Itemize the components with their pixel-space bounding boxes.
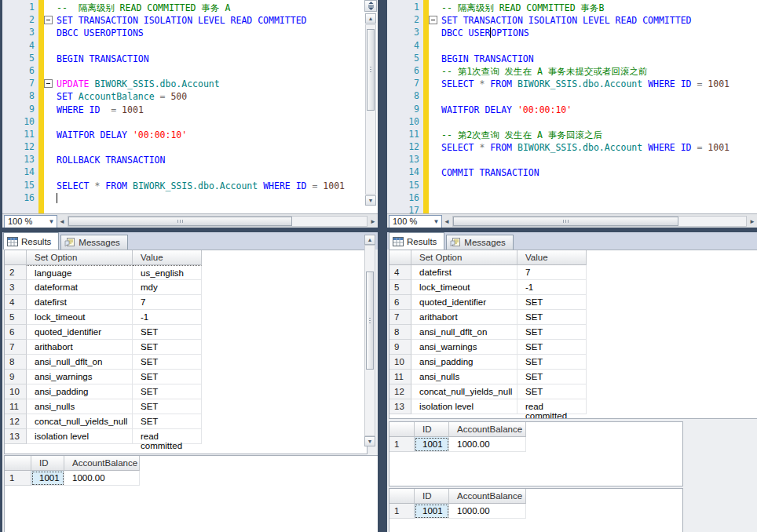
table-cell[interactable]: SET: [517, 355, 587, 370]
code-line[interactable]: WHERE ID = 1001: [44, 104, 364, 116]
column-header[interactable]: AccountBalance: [64, 456, 140, 471]
row-number-cell[interactable]: 8: [389, 325, 411, 340]
scroll-thumb[interactable]: [367, 29, 375, 111]
table-cell[interactable]: mdy: [133, 280, 202, 295]
account-grid-2[interactable]: IDAccountBalance110011000.00: [389, 488, 683, 532]
fold-collapse-icon[interactable]: [44, 16, 53, 24]
table-cell[interactable]: ansi_padding: [27, 384, 133, 399]
code-line[interactable]: SELECT * FROM BIWORK_SSIS.dbo.Account WH…: [429, 78, 757, 90]
grid-vertical-scrollbar[interactable]: ▲ ▼: [364, 235, 376, 446]
row-number-cell[interactable]: 12: [389, 384, 411, 399]
table-cell[interactable]: SET: [517, 384, 587, 399]
table-cell[interactable]: datefirst: [411, 265, 517, 280]
table-cell[interactable]: ansi_warnings: [27, 370, 133, 384]
column-header[interactable]: Value: [133, 250, 202, 265]
code-line[interactable]: DBCC USEROPTIONS: [429, 27, 757, 39]
table-cell[interactable]: quoted_identifier: [27, 325, 133, 340]
row-number-cell[interactable]: 8: [5, 355, 27, 370]
table-cell[interactable]: SET: [517, 310, 587, 325]
table-cell[interactable]: 1001: [415, 437, 449, 452]
grid-corner-cell[interactable]: [389, 489, 415, 504]
table-cell[interactable]: arithabort: [411, 310, 517, 325]
code-line[interactable]: UPDATE BIWORK_SSIS.dbo.Account: [44, 78, 364, 90]
code-line[interactable]: SELECT * FROM BIWORK_SSIS.dbo.Account WH…: [429, 141, 757, 154]
editor-horizontal-scrollbar[interactable]: [68, 216, 368, 227]
table-cell[interactable]: SET: [133, 325, 202, 340]
table-cell[interactable]: us_english: [133, 265, 202, 280]
code-line[interactable]: SET AccountBalance = 500: [44, 90, 364, 103]
table-cell[interactable]: ansi_nulls: [27, 399, 133, 414]
row-number-cell[interactable]: 13: [389, 399, 411, 414]
grid-corner-cell[interactable]: [389, 422, 415, 437]
row-number-cell[interactable]: 6: [5, 325, 27, 340]
table-cell[interactable]: 1001: [31, 471, 64, 486]
table-cell[interactable]: isolation level: [411, 399, 517, 414]
code-line[interactable]: [44, 116, 364, 129]
code-line[interactable]: [429, 90, 757, 103]
table-cell[interactable]: -1: [517, 280, 587, 295]
table-cell[interactable]: ansi_null_dflt_on: [411, 325, 517, 340]
table-cell[interactable]: arithabort: [27, 340, 133, 355]
code-line[interactable]: BEGIN TRANSACTION: [429, 53, 757, 65]
row-number-cell[interactable]: 11: [389, 370, 411, 384]
column-header[interactable]: ID: [415, 489, 449, 504]
code-area[interactable]: -- 隔离级别 READ COMMITTED 事务 ASET TRANSACTI…: [44, 0, 364, 213]
table-cell[interactable]: SET: [517, 325, 587, 340]
code-line[interactable]: SELECT * FROM BIWORK_SSIS.dbo.Account WH…: [44, 180, 364, 192]
code-line[interactable]: [44, 40, 364, 53]
row-number-cell[interactable]: 9: [389, 340, 411, 355]
table-cell[interactable]: 1000.00: [64, 471, 140, 486]
code-line[interactable]: [429, 205, 757, 213]
table-cell[interactable]: isolation level: [27, 429, 133, 444]
code-line[interactable]: -- 第1次查询 发生在 A 事务未提交或者回滚之前: [429, 65, 757, 78]
scroll-thumb[interactable]: [453, 217, 678, 226]
table-cell[interactable]: SET: [133, 370, 202, 384]
zoom-control[interactable]: 100 % ▼: [4, 215, 57, 228]
table-cell[interactable]: SET: [517, 340, 587, 355]
table-cell[interactable]: SET: [517, 295, 587, 310]
table-cell[interactable]: SET: [133, 384, 202, 399]
code-line[interactable]: WAITFOR DELAY '00:00:10': [429, 104, 757, 116]
scroll-up-arrow[interactable]: ▲: [364, 235, 375, 245]
fold-collapse-icon[interactable]: [44, 79, 53, 88]
row-number-cell[interactable]: 5: [389, 280, 411, 295]
grid-corner-cell[interactable]: [5, 250, 27, 265]
scroll-thumb[interactable]: [68, 217, 292, 226]
table-cell[interactable]: 1001: [415, 504, 449, 519]
table-cell[interactable]: language: [27, 265, 133, 280]
table-cell[interactable]: read committed: [517, 399, 587, 414]
code-line[interactable]: [44, 166, 364, 179]
zoom-control[interactable]: 100 % ▼: [389, 215, 442, 228]
row-number-cell[interactable]: 7: [389, 310, 411, 325]
row-number-cell[interactable]: 2: [5, 265, 27, 280]
row-number-cell[interactable]: 9: [5, 370, 27, 384]
scroll-track[interactable]: [365, 24, 376, 195]
table-cell[interactable]: 1000.00: [449, 437, 526, 452]
table-cell[interactable]: SET: [133, 355, 202, 370]
tab-messages[interactable]: Messages: [446, 235, 513, 250]
column-header[interactable]: Value: [517, 250, 587, 265]
editor-horizontal-scrollbar[interactable]: [452, 216, 747, 227]
code-line[interactable]: [44, 141, 364, 154]
code-editor-right[interactable]: 1234567891011121314151617 -- 隔离级别 READ C…: [387, 0, 757, 213]
code-line[interactable]: SET TRANSACTION ISOLATION LEVEL READ COM…: [429, 14, 757, 27]
editor-vertical-scrollbar[interactable]: ▲ ▼: [364, 0, 377, 206]
row-number-cell[interactable]: 7: [5, 340, 27, 355]
code-line[interactable]: [429, 40, 757, 53]
scroll-thumb[interactable]: [366, 271, 374, 370]
table-cell[interactable]: ansi_null_dflt_on: [27, 355, 133, 370]
table-cell[interactable]: lock_timeout: [411, 280, 517, 295]
code-line[interactable]: [429, 154, 757, 166]
row-number-cell[interactable]: 11: [5, 399, 27, 414]
code-line[interactable]: WAITFOR DELAY '00:00:10': [44, 129, 364, 141]
code-line[interactable]: SET TRANSACTION ISOLATION LEVEL READ COM…: [44, 14, 364, 27]
table-cell[interactable]: quoted_identifier: [411, 295, 517, 310]
table-cell[interactable]: ansi_nulls: [411, 370, 517, 384]
table-cell[interactable]: dateformat: [27, 280, 133, 295]
scroll-left-arrow[interactable]: ◄: [57, 218, 67, 225]
scroll-down-arrow[interactable]: ▼: [365, 195, 376, 206]
row-number-cell[interactable]: 13: [5, 429, 27, 444]
account-grid[interactable]: IDAccountBalance110011000.00: [4, 455, 380, 532]
scroll-right-arrow[interactable]: ►: [748, 218, 757, 225]
code-editor-left[interactable]: 12345678910111213141516 -- 隔离级别 READ COM…: [0, 0, 378, 213]
